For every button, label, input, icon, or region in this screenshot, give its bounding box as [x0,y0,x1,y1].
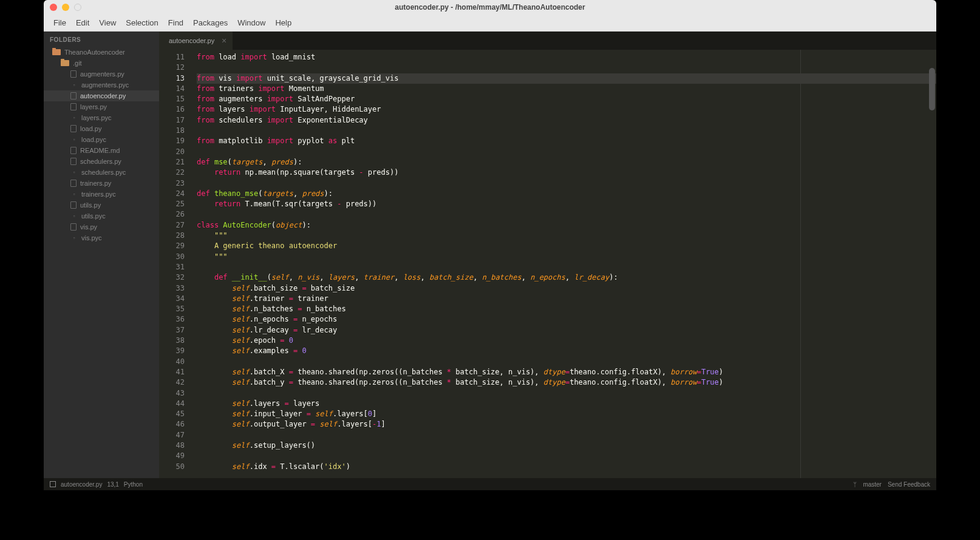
tree-item-augmenters-pyc[interactable]: ▫augmenters.pyc [44,79,159,90]
code-line[interactable]: from matplotlib import pyplot as plt [197,136,936,146]
code-line[interactable]: self.lr_decay = lr_decay [197,325,936,336]
folder-icon [52,49,61,55]
code-line[interactable]: from schedulers import ExponentialDecay [197,115,936,126]
code-line[interactable] [197,262,936,272]
close-window-icon[interactable] [50,4,57,11]
close-tab-icon[interactable]: × [222,36,226,46]
code-line[interactable] [197,62,936,73]
tree-label: utils.py [80,201,101,209]
tree-item-load-py[interactable]: load.py [44,123,159,134]
scrollbar-thumb[interactable] [929,68,935,110]
tree-item-vis-pyc[interactable]: ▫vis.pyc [44,232,159,243]
code-line[interactable]: from vis import unit_scale, grayscale_gr… [197,73,936,84]
menu-file[interactable]: File [49,16,71,29]
tree-label: layers.pyc [81,114,112,121]
code-line[interactable]: """ [197,231,936,241]
code-line[interactable]: """ [197,252,936,262]
ruler [800,50,801,478]
tree-item-utils-py[interactable]: utils.py [44,200,159,211]
code-line[interactable]: def __init__(self, n_vis, layers, traine… [197,272,936,283]
pyc-icon: ▫ [70,136,78,143]
code-line[interactable]: from layers import InputLayer, HiddenLay… [197,104,936,115]
menu-window[interactable]: Window [233,16,270,29]
code-line[interactable] [197,178,936,189]
status-cursor-pos[interactable]: 13,1 [107,481,118,488]
code-line[interactable] [197,430,936,440]
code-line[interactable]: return T.mean(T.sqr(targets - preds)) [197,199,936,209]
tree-item-augmenters-py[interactable]: augmenters.py [44,69,159,79]
menu-edit[interactable]: Edit [71,16,94,29]
file-icon [70,103,77,110]
tree-item-load-pyc[interactable]: ▫load.pyc [44,134,159,145]
tree-label: augmenters.pyc [81,81,129,89]
code-line[interactable]: from trainers import Momentum [197,84,936,94]
tree-item-schedulers-pyc[interactable]: ▫schedulers.pyc [44,167,159,178]
window-controls [44,4,81,11]
titlebar: autoencoder.py - /home/mmay/ML/TheanoAut… [44,0,936,15]
code-line[interactable]: self.output_layer = self.layers[-1] [197,419,936,430]
tree-item-trainers-pyc[interactable]: ▫trainers.pyc [44,189,159,200]
code-line[interactable]: self.input_layer = self.layers[0] [197,409,936,419]
tree-item-TheanoAutoencoder[interactable]: TheanoAutoencoder [44,47,159,58]
code-line[interactable]: self.trainer = trainer [197,294,936,304]
tree-item-utils-pyc[interactable]: ▫utils.pyc [44,211,159,221]
menubar: FileEditViewSelectionFindPackagesWindowH… [44,15,936,32]
code-line[interactable]: self.epoch = 0 [197,336,936,346]
status-language[interactable]: Python [124,481,143,488]
tree-item-layers-py[interactable]: layers.py [44,101,159,112]
editor-pane: autoencoder.py × 11121314151617181920212… [159,32,936,478]
tree-item--git[interactable]: .git [44,58,159,69]
code-line[interactable]: self.setup_layers() [197,440,936,451]
status-branch[interactable]: master [863,481,882,488]
code-line[interactable]: class AutoEncoder(object): [197,220,936,231]
tree-item-autoencoder-py[interactable]: autoencoder.py [44,90,159,101]
code-line[interactable] [197,388,936,399]
file-icon [70,201,77,209]
maximize-window-icon[interactable] [74,4,81,11]
code-line[interactable]: self.examples = 0 [197,346,936,356]
code-line[interactable]: def theano_mse(targets, preds): [197,189,936,199]
file-icon [70,92,77,100]
code-line[interactable] [197,126,936,136]
tree-label: vis.py [80,223,97,231]
tree-item-vis-py[interactable]: vis.py [44,221,159,232]
send-feedback-link[interactable]: Send Feedback [888,481,930,488]
editor[interactable]: 1112131415161718192021222324252627282930… [159,50,936,478]
menu-packages[interactable]: Packages [188,16,233,29]
code-line[interactable] [197,451,936,461]
code-line[interactable] [197,357,936,367]
tree-item-layers-pyc[interactable]: ▫layers.pyc [44,112,159,123]
code-line[interactable]: self.n_batches = n_batches [197,304,936,314]
tree-label: autoencoder.py [80,92,126,100]
code-line[interactable]: self.idx = T.lscalar('idx') [197,462,936,472]
code-line[interactable]: A generic theano autoencoder [197,241,936,251]
tree-label: schedulers.py [80,158,121,165]
code-line[interactable] [197,147,936,157]
pyc-icon: ▫ [70,191,78,198]
code-line[interactable] [197,209,936,220]
minimize-window-icon[interactable] [62,4,69,11]
code-area[interactable]: from load import load_mnist from vis imp… [192,50,936,478]
code-line[interactable]: self.batch_y = theano.shared(np.zeros((n… [197,377,936,388]
code-line[interactable]: from augmenters import SaltAndPepper [197,94,936,104]
code-line[interactable]: from load import load_mnist [197,52,936,62]
code-line[interactable]: self.n_epochs = n_epochs [197,314,936,325]
menu-selection[interactable]: Selection [121,16,163,29]
menu-view[interactable]: View [94,16,121,29]
code-line[interactable]: return np.mean(np.square(targets - preds… [197,167,936,178]
window-title: autoencoder.py - /home/mmay/ML/TheanoAut… [395,3,585,12]
code-line[interactable]: self.batch_X = theano.shared(np.zeros((n… [197,367,936,377]
tree-item-README-md[interactable]: README.md [44,145,159,156]
menu-help[interactable]: Help [270,16,296,29]
sidebar: FOLDERS TheanoAutoencoder.gitaugmenters.… [44,32,159,478]
menu-find[interactable]: Find [163,16,188,29]
tree-item-schedulers-py[interactable]: schedulers.py [44,156,159,167]
tree-label: load.py [80,125,101,132]
tab-autoencoder[interactable]: autoencoder.py × [159,32,233,50]
code-line[interactable]: def mse(targets, preds): [197,157,936,167]
code-line[interactable]: self.layers = layers [197,399,936,409]
code-line[interactable]: self.batch_size = batch_size [197,283,936,294]
tree-item-trainers-py[interactable]: trainers.py [44,178,159,189]
file-icon [70,223,77,231]
status-file[interactable]: autoencoder.py [61,481,102,488]
